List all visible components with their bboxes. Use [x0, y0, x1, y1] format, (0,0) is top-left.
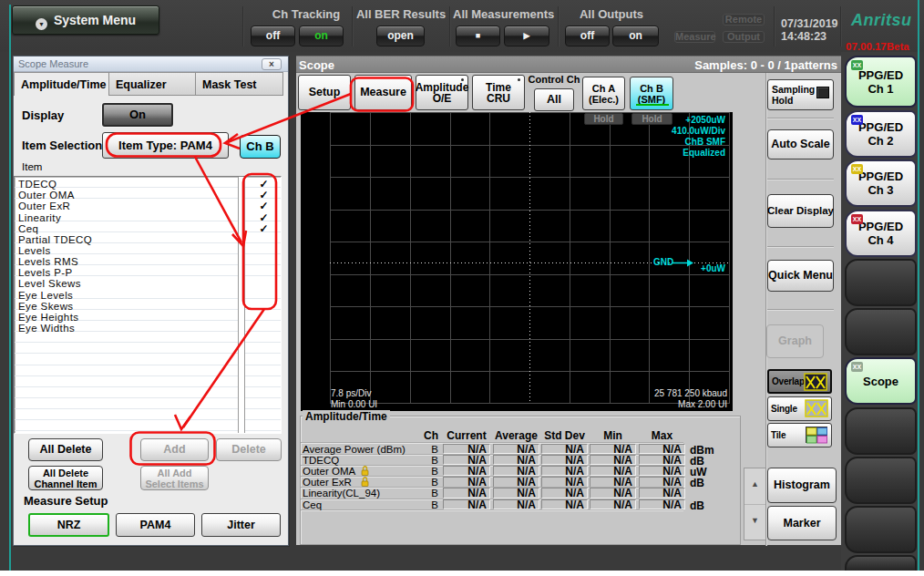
tab-ppg-ed-ch2[interactable]: XX PPG/EDCh 2 [845, 110, 917, 158]
ber-results-open-button[interactable]: open [376, 26, 425, 46]
screen: ▼System Menu Ch Tracking off on All BER … [0, 0, 924, 576]
dialog-title: Scope Measure [18, 58, 88, 69]
setup-button[interactable]: Setup [298, 75, 351, 110]
add-button[interactable]: Add [140, 438, 209, 461]
side-column-divider [765, 73, 766, 546]
hold-a-button[interactable]: Hold [584, 113, 623, 125]
button-label: Sampling [772, 84, 815, 95]
list-item[interactable]: Linearity [18, 212, 232, 223]
auto-scale-button[interactable]: Auto Scale [767, 129, 834, 159]
list-item[interactable]: Levels [18, 245, 232, 256]
side-separator [767, 118, 834, 118]
tab-label: PPG/ED [858, 170, 903, 183]
pam4-button[interactable]: PAM4 [116, 513, 195, 537]
list-item[interactable]: Eye Heights [18, 312, 232, 323]
quick-menu-button[interactable]: Quick Menu [767, 260, 834, 292]
output-indicator: Output [723, 31, 765, 43]
tab-empty-slot [845, 407, 917, 455]
table-cell: N/A [639, 499, 685, 510]
list-item[interactable]: Ceq [18, 223, 232, 234]
tab-amplitude-time[interactable]: Amplitude/Time [14, 72, 109, 96]
all-measurements-label: All Measurements [453, 7, 553, 21]
button-label: O/E [433, 93, 452, 104]
amplitude-oe-button[interactable]: AmplitudeO/E [416, 75, 468, 110]
list-item[interactable]: Outer OMA [18, 190, 232, 201]
time-text: 14:48:23 [781, 30, 826, 43]
dialog-close-button[interactable]: × [262, 58, 282, 70]
display-on-button[interactable]: On [102, 103, 173, 127]
tab-label: Ch 4 [868, 233, 893, 247]
datetime: 07/31/201914:48:23 [781, 17, 838, 43]
list-item[interactable]: TDECQ [18, 179, 232, 190]
time-cru-button[interactable]: TimeCRU [472, 75, 525, 110]
topbar-separator [840, 6, 842, 46]
table-cell: N/A [443, 444, 490, 455]
all-outputs-on-button[interactable]: on [612, 26, 659, 46]
all-measurements-stop-button[interactable]: ■ [456, 26, 500, 46]
system-menu-button[interactable]: ▼System Menu [12, 5, 159, 35]
button-label: (SMF) [638, 94, 666, 105]
all-delete-button[interactable]: All Delete [28, 438, 103, 461]
row-label: Linearity(CL_94) [303, 488, 421, 499]
histogram-button[interactable]: Histogram [767, 468, 837, 503]
item-list[interactable]: TDECQ Outer OMA Outer ExR Linearity Ceq … [14, 176, 282, 434]
delete-button[interactable]: Delete [216, 438, 282, 461]
tab-equalizer[interactable]: Equalizer [109, 72, 196, 96]
tile-button[interactable]: Tile [767, 423, 832, 447]
tile-layout-icon [805, 426, 828, 444]
list-item[interactable]: Partial TDECQ [18, 234, 232, 245]
all-measurements-start-button[interactable]: ▶ [504, 26, 549, 46]
ch-a-button[interactable]: Ch A(Elec.) [582, 77, 625, 110]
single-button[interactable]: Single [767, 396, 832, 421]
nrz-button[interactable]: NRZ [28, 513, 109, 537]
measure-button[interactable]: Measure [354, 75, 412, 110]
topbar-separator [242, 6, 244, 46]
table-cell: N/A [639, 455, 685, 466]
window-border-left [9, 5, 11, 571]
dialog-titlebar[interactable]: Scope Measure × [14, 57, 288, 72]
table-cell: N/A [541, 477, 588, 488]
list-item[interactable]: Eye Levels [18, 290, 232, 301]
table-cell: N/A [443, 477, 490, 488]
clear-display-button[interactable]: Clear Display [767, 194, 834, 228]
side-separator [767, 246, 834, 247]
tab-ppg-ed-ch4[interactable]: XX PPG/EDCh 4 [845, 210, 917, 257]
topbar-separator [774, 6, 775, 46]
list-item[interactable]: Eye Skews [18, 301, 232, 312]
list-item[interactable]: Levels P-P [18, 267, 232, 278]
item-label: Item [22, 161, 42, 172]
top-bar: ▼System Menu Ch Tracking off on All BER … [0, 0, 924, 52]
list-item[interactable]: Outer ExR [18, 201, 232, 211]
control-ch-all-button[interactable]: All [534, 88, 574, 111]
hold-b-button[interactable]: Hold [631, 113, 672, 125]
measure-indicator: Measure [674, 31, 715, 43]
scroll-up-icon[interactable]: ▲ [744, 479, 765, 489]
marker-button[interactable]: Marker [767, 506, 837, 540]
sampling-hold-button[interactable]: SamplingHold [767, 79, 834, 110]
ch-tracking-off-button[interactable]: off [251, 26, 295, 46]
all-add-select-items-button[interactable]: All AddSelect Items [140, 466, 209, 490]
row-channel: B [419, 455, 438, 466]
tab-empty-slot [845, 308, 917, 355]
list-item[interactable]: Level Skews [18, 278, 232, 289]
overlap-button[interactable]: Overlap [767, 369, 832, 394]
item-type-button[interactable]: Item Type: PAM4 [102, 132, 229, 159]
all-outputs-off-button[interactable]: off [565, 26, 610, 46]
tab-ppg-ed-ch1[interactable]: XX PPG/EDCh 1 [845, 56, 917, 108]
anritsu-logo: Anritsu [851, 11, 912, 30]
ch-b-select-button[interactable]: Ch B [240, 135, 281, 159]
scroll-down-icon[interactable]: ▼ [744, 516, 765, 525]
tab-ppg-ed-ch3[interactable]: XX PPG/EDCh 3 [845, 159, 917, 207]
tab-mask-test[interactable]: Mask Test [196, 72, 283, 96]
ch-b-button[interactable]: Ch B(SMF) [630, 77, 673, 110]
row-channel: B [419, 477, 438, 488]
list-item[interactable]: Levels RMS [18, 256, 232, 267]
graph-button[interactable]: Graph [766, 324, 824, 358]
tab-scope[interactable]: XX Scope [845, 357, 917, 405]
ch-tracking-on-button[interactable]: on [299, 26, 344, 46]
jitter-button[interactable]: Jitter [201, 513, 281, 537]
table-scrollbar[interactable]: ▲ ▼ [744, 468, 766, 540]
list-item[interactable]: Eye Widths [18, 323, 232, 334]
button-label: Channel Item [34, 478, 97, 489]
all-delete-channel-item-button[interactable]: All DeleteChannel Item [28, 466, 103, 490]
